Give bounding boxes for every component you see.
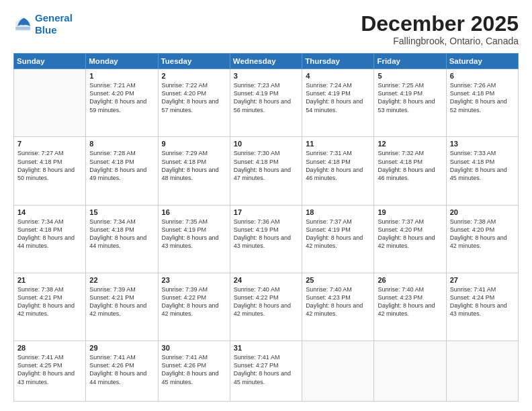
calendar-week-row: 1 Sunrise: 7:21 AM Sunset: 4:20 PM Dayli… (14, 69, 519, 137)
sunrise: Sunrise: 7:23 AM (234, 82, 280, 89)
sunset: Sunset: 4:23 PM (306, 294, 351, 301)
table-row: 16 Sunrise: 7:35 AM Sunset: 4:19 PM Dayl… (158, 205, 230, 273)
sunset: Sunset: 4:19 PM (162, 226, 207, 233)
day-number: 3 (234, 72, 298, 80)
daylight: Daylight: 8 hours and 57 minutes. (162, 98, 219, 113)
table-row: 20 Sunrise: 7:38 AM Sunset: 4:20 PM Dayl… (446, 205, 518, 273)
calendar-week-row: 14 Sunrise: 7:34 AM Sunset: 4:18 PM Dayl… (14, 205, 519, 273)
day-number: 24 (234, 276, 298, 284)
day-number: 14 (17, 208, 82, 216)
sunrise: Sunrise: 7:34 AM (89, 218, 136, 225)
col-wednesday: Wednesday (230, 54, 302, 69)
calendar-week-row: 7 Sunrise: 7:27 AM Sunset: 4:18 PM Dayli… (14, 137, 519, 205)
sunrise: Sunrise: 7:40 AM (234, 286, 280, 293)
day-number: 19 (378, 208, 442, 216)
col-sunday: Sunday (14, 54, 86, 69)
sunset: Sunset: 4:18 PM (234, 158, 279, 165)
daylight: Daylight: 8 hours and 52 minutes. (450, 98, 507, 113)
day-info: Sunrise: 7:41 AM Sunset: 4:24 PM Dayligh… (450, 285, 515, 318)
day-info: Sunrise: 7:37 AM Sunset: 4:19 PM Dayligh… (306, 218, 370, 250)
sunset: Sunset: 4:19 PM (306, 90, 351, 97)
day-info: Sunrise: 7:22 AM Sunset: 4:20 PM Dayligh… (162, 81, 226, 114)
calendar-table: Sunday Monday Tuesday Wednesday Thursday… (13, 53, 519, 402)
table-row: 9 Sunrise: 7:29 AM Sunset: 4:18 PM Dayli… (158, 137, 230, 205)
day-number: 9 (162, 140, 226, 148)
day-number: 8 (89, 140, 154, 148)
sunset: Sunset: 4:21 PM (89, 294, 134, 301)
day-number: 29 (89, 344, 154, 352)
sunset: Sunset: 4:27 PM (234, 362, 279, 369)
sunrise: Sunrise: 7:41 AM (162, 354, 208, 361)
sunset: Sunset: 4:20 PM (162, 90, 207, 97)
sunrise: Sunrise: 7:21 AM (89, 82, 136, 89)
daylight: Daylight: 8 hours and 56 minutes. (234, 98, 291, 113)
sunrise: Sunrise: 7:41 AM (89, 354, 136, 361)
table-row (302, 341, 374, 402)
sunrise: Sunrise: 7:33 AM (450, 150, 496, 156)
sunrise: Sunrise: 7:37 AM (378, 218, 424, 225)
day-number: 30 (162, 344, 226, 352)
sunrise: Sunrise: 7:38 AM (17, 286, 64, 293)
sunset: Sunset: 4:18 PM (378, 158, 423, 165)
table-row: 21 Sunrise: 7:38 AM Sunset: 4:21 PM Dayl… (14, 273, 86, 340)
table-row: 5 Sunrise: 7:25 AM Sunset: 4:19 PM Dayli… (374, 69, 446, 137)
day-info: Sunrise: 7:40 AM Sunset: 4:23 PM Dayligh… (306, 285, 370, 318)
day-info: Sunrise: 7:26 AM Sunset: 4:18 PM Dayligh… (450, 81, 515, 114)
daylight: Daylight: 8 hours and 42 minutes. (450, 234, 507, 249)
day-info: Sunrise: 7:38 AM Sunset: 4:21 PM Dayligh… (17, 285, 82, 318)
sunset: Sunset: 4:19 PM (234, 90, 279, 97)
table-row: 3 Sunrise: 7:23 AM Sunset: 4:19 PM Dayli… (230, 69, 302, 137)
daylight: Daylight: 8 hours and 45 minutes. (234, 370, 291, 385)
day-number: 5 (378, 72, 442, 80)
sunrise: Sunrise: 7:25 AM (378, 82, 424, 89)
day-number: 28 (17, 344, 82, 352)
sunrise: Sunrise: 7:34 AM (17, 218, 64, 225)
day-info: Sunrise: 7:36 AM Sunset: 4:19 PM Dayligh… (234, 218, 298, 250)
sunrise: Sunrise: 7:26 AM (450, 82, 496, 89)
day-info: Sunrise: 7:41 AM Sunset: 4:25 PM Dayligh… (17, 353, 82, 386)
sunrise: Sunrise: 7:37 AM (306, 218, 352, 225)
calendar-header-row: Sunday Monday Tuesday Wednesday Thursday… (14, 54, 519, 69)
daylight: Daylight: 8 hours and 42 minutes. (306, 302, 363, 317)
sunset: Sunset: 4:18 PM (450, 90, 495, 97)
day-number: 2 (162, 72, 226, 80)
sunrise: Sunrise: 7:40 AM (306, 286, 352, 293)
table-row: 13 Sunrise: 7:33 AM Sunset: 4:18 PM Dayl… (446, 137, 518, 205)
day-info: Sunrise: 7:37 AM Sunset: 4:20 PM Dayligh… (378, 218, 442, 250)
table-row: 11 Sunrise: 7:31 AM Sunset: 4:18 PM Dayl… (302, 137, 374, 205)
col-thursday: Thursday (302, 54, 374, 69)
sunset: Sunset: 4:22 PM (162, 294, 207, 301)
sunset: Sunset: 4:18 PM (162, 158, 207, 165)
sunrise: Sunrise: 7:31 AM (306, 150, 352, 156)
day-info: Sunrise: 7:41 AM Sunset: 4:26 PM Dayligh… (89, 353, 154, 386)
daylight: Daylight: 8 hours and 42 minutes. (89, 302, 146, 317)
day-info: Sunrise: 7:25 AM Sunset: 4:19 PM Dayligh… (378, 81, 442, 114)
table-row (374, 341, 446, 402)
day-number: 10 (234, 140, 298, 148)
daylight: Daylight: 8 hours and 42 minutes. (378, 302, 435, 317)
sunrise: Sunrise: 7:30 AM (234, 150, 280, 156)
sunset: Sunset: 4:18 PM (306, 158, 351, 165)
sunrise: Sunrise: 7:39 AM (162, 286, 208, 293)
day-info: Sunrise: 7:34 AM Sunset: 4:18 PM Dayligh… (17, 218, 82, 250)
day-info: Sunrise: 7:33 AM Sunset: 4:18 PM Dayligh… (450, 149, 515, 182)
day-number: 21 (17, 276, 82, 284)
daylight: Daylight: 8 hours and 43 minutes. (234, 234, 291, 249)
table-row: 2 Sunrise: 7:22 AM Sunset: 4:20 PM Dayli… (158, 69, 230, 137)
table-row: 17 Sunrise: 7:36 AM Sunset: 4:19 PM Dayl… (230, 205, 302, 273)
sunset: Sunset: 4:18 PM (450, 158, 495, 165)
sunrise: Sunrise: 7:40 AM (378, 286, 424, 293)
sunrise: Sunrise: 7:41 AM (450, 286, 496, 293)
day-number: 31 (234, 344, 298, 352)
table-row: 26 Sunrise: 7:40 AM Sunset: 4:23 PM Dayl… (374, 273, 446, 340)
day-info: Sunrise: 7:40 AM Sunset: 4:22 PM Dayligh… (234, 285, 298, 318)
logo-icon (13, 15, 32, 34)
daylight: Daylight: 8 hours and 49 minutes. (89, 167, 146, 181)
day-info: Sunrise: 7:40 AM Sunset: 4:23 PM Dayligh… (378, 285, 442, 318)
sunrise: Sunrise: 7:22 AM (162, 82, 208, 89)
day-info: Sunrise: 7:41 AM Sunset: 4:26 PM Dayligh… (162, 353, 226, 386)
calendar-week-row: 28 Sunrise: 7:41 AM Sunset: 4:25 PM Dayl… (14, 341, 519, 402)
col-tuesday: Tuesday (158, 54, 230, 69)
logo: General Blue (13, 12, 73, 36)
sunrise: Sunrise: 7:28 AM (89, 150, 136, 156)
